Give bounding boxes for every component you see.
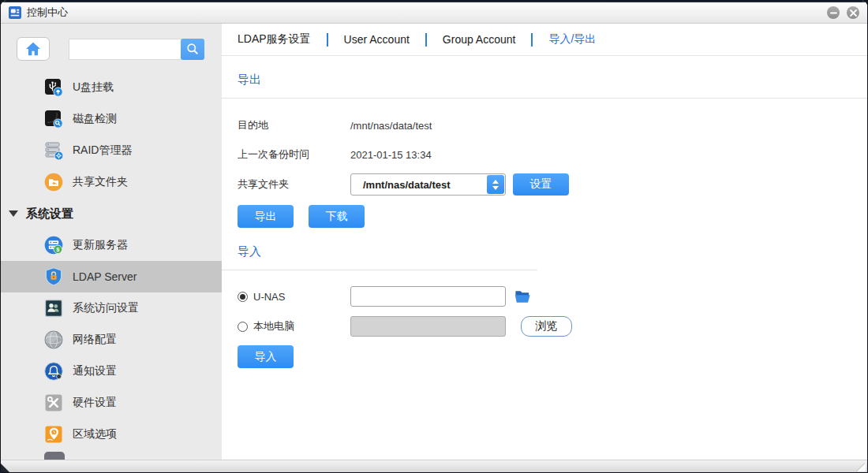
sidebar-item-notification-settings[interactable]: 通知设置 <box>1 356 222 387</box>
tab-import-export[interactable]: 导入/导出 <box>548 32 596 47</box>
import-export-pane: 导出 目的地 /mnt/nas/data/test 上一次备份时间 2021-0… <box>222 56 867 460</box>
radio-selected-icon[interactable] <box>238 292 248 302</box>
home-button[interactable] <box>17 37 50 61</box>
radio-unas-label: U-NAS <box>253 291 285 303</box>
notification-icon <box>43 361 64 382</box>
statusbar <box>1 460 867 472</box>
content-area: LDAP服务设置 User Account Group Account 导入/导… <box>222 24 867 460</box>
sidebar-item-label: 系统访问设置 <box>73 301 139 315</box>
sidebar-section-system-settings[interactable]: 系统设置 <box>1 198 222 229</box>
minimize-button[interactable] <box>827 6 840 19</box>
shared-folder-selected-value: /mnt/nas/data/test <box>351 179 487 191</box>
raid-manager-icon <box>43 140 64 161</box>
collapse-arrow-icon <box>9 210 18 217</box>
update-server-icon: $ <box>43 235 64 255</box>
sidebar-item-region-options[interactable]: 区域选项 <box>1 419 222 450</box>
search-input[interactable] <box>69 39 181 60</box>
settings-button[interactable]: 设置 <box>513 173 569 196</box>
hardware-icon <box>43 393 64 413</box>
shared-folder-select[interactable]: /mnt/nas/data/test <box>350 173 506 196</box>
sidebar-item-disk-check[interactable]: 磁盘检测 <box>1 103 222 135</box>
import-button[interactable]: 导入 <box>238 345 294 368</box>
ldap-server-icon <box>43 266 64 287</box>
sidebar-item-usb-mount[interactable]: U盘挂载 <box>1 72 222 103</box>
titlebar: 控制中心 <box>1 1 867 24</box>
sidebar-item-label: 硬件设置 <box>73 396 117 410</box>
region-icon <box>43 424 64 445</box>
sidebar-item-label: 区域选项 <box>73 427 117 441</box>
clipped-sidebar-icon <box>44 452 65 460</box>
sidebar-item-update-server[interactable]: $ 更新服务器 <box>1 229 222 261</box>
sidebar-item-system-access[interactable]: 系统访问设置 <box>1 292 222 324</box>
sidebar-item-hardware-settings[interactable]: 硬件设置 <box>1 387 222 419</box>
tab-ldap-service-settings[interactable]: LDAP服务设置 <box>238 32 311 47</box>
radio-unselected-icon[interactable] <box>238 322 248 332</box>
sidebar-item-label: U盘挂载 <box>73 80 114 95</box>
sidebar-item-shared-folder[interactable]: 共享文件夹 <box>1 166 222 198</box>
close-button[interactable] <box>847 6 859 19</box>
sidebar-item-label: 更新服务器 <box>73 238 128 252</box>
sidebar-item-label: 网络配置 <box>73 333 117 347</box>
export-divider <box>222 98 867 99</box>
local-path-input <box>350 316 506 337</box>
radio-unas[interactable]: U-NAS <box>238 291 350 303</box>
browse-button[interactable]: 浏览 <box>521 316 572 337</box>
search-button[interactable] <box>181 39 204 60</box>
radio-local-computer[interactable]: 本地电脑 <box>238 319 350 333</box>
destination-value: /mnt/nas/data/test <box>350 120 432 132</box>
tab-user-account[interactable]: User Account <box>344 33 410 46</box>
unas-path-input[interactable] <box>350 286 506 307</box>
spinner-icon[interactable] <box>487 175 504 194</box>
shared-folder-icon <box>43 172 64 192</box>
tab-separator <box>425 33 427 47</box>
shared-folder-label: 共享文件夹 <box>238 177 350 192</box>
sidebar-item-ldap-server[interactable]: LDAP Server <box>1 261 222 292</box>
control-center-window: 控制中心 <box>0 0 868 473</box>
home-icon <box>25 42 41 56</box>
sidebar: U盘挂载 磁盘检测 RAID管理器 <box>1 24 222 460</box>
app-icon <box>9 6 21 19</box>
radio-local-label: 本地电脑 <box>253 319 294 333</box>
import-divider <box>222 270 537 270</box>
import-section-title: 导入 <box>238 244 851 259</box>
tab-bar: LDAP服务设置 User Account Group Account 导入/导… <box>222 24 867 56</box>
export-button[interactable]: 导出 <box>238 205 294 228</box>
sidebar-item-label: LDAP Server <box>73 270 137 283</box>
tab-group-account[interactable]: Group Account <box>443 33 516 46</box>
sidebar-item-network-config[interactable]: 网络配置 <box>1 324 222 356</box>
sidebar-item-label: 磁盘检测 <box>73 112 117 126</box>
last-backup-value: 2021-01-15 13:34 <box>350 149 432 161</box>
network-config-icon <box>43 330 64 350</box>
sidebar-item-label: 通知设置 <box>73 364 117 378</box>
resize-grip-right-icon[interactable] <box>857 463 866 471</box>
sidebar-item-raid-manager[interactable]: RAID管理器 <box>1 135 222 166</box>
browse-folder-icon[interactable] <box>514 289 531 304</box>
destination-label: 目的地 <box>238 118 350 132</box>
tab-separator <box>531 33 533 47</box>
last-backup-label: 上一次备份时间 <box>238 147 350 162</box>
usb-mount-icon <box>43 77 64 98</box>
section-label: 系统设置 <box>26 207 73 222</box>
export-section-title: 导出 <box>238 73 851 88</box>
resize-grip-left-icon[interactable] <box>1 464 9 472</box>
sidebar-item-label: RAID管理器 <box>73 143 132 158</box>
system-access-icon <box>43 298 64 318</box>
search-icon <box>186 43 199 55</box>
tab-separator <box>327 33 328 47</box>
window-title: 控制中心 <box>27 6 68 20</box>
disk-check-icon <box>43 109 64 129</box>
download-button[interactable]: 下载 <box>309 205 365 228</box>
sidebar-item-label: 共享文件夹 <box>73 175 128 189</box>
